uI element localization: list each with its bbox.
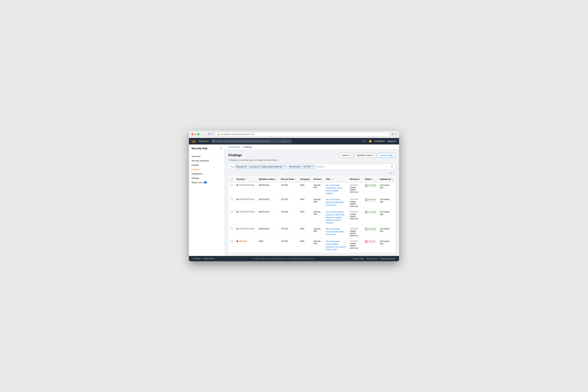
row-checkbox[interactable] (230, 184, 232, 186)
table-row: INFORMATIONAL RESOLVED ACTIVE AWS Securi… (228, 182, 395, 197)
row-checkbox[interactable] (230, 240, 232, 242)
sidebar-item-label: Security standards (192, 160, 209, 162)
terms-of-use-link[interactable]: Terms of Use (367, 258, 377, 260)
workflow-cell: NEW (257, 238, 279, 252)
privacy-policy-link[interactable]: Privacy Policy (353, 258, 364, 260)
severity-cell: MEDIUM (234, 238, 257, 252)
filter-clear-button[interactable]: ✕ (391, 165, 393, 168)
resource-cell: S3 Bucket unique-bucket-name-xyz (348, 209, 363, 226)
row-checkbox-cell (228, 226, 235, 238)
sidebar-close-button[interactable]: ✕ (220, 147, 222, 150)
severity-badge: INFORMATIONAL (236, 198, 255, 200)
services-button[interactable]: Services ▾ (199, 140, 208, 142)
sidebar-item-summary[interactable]: Summary (189, 154, 224, 158)
sidebar-item-findings[interactable]: Findings (189, 167, 224, 172)
passed-icon: ✓ (365, 198, 368, 201)
severity-cell: INFORMATIONAL (234, 197, 257, 209)
product-column-header: Product (312, 176, 324, 182)
sidebar-item-integrations[interactable]: Integrations (189, 172, 224, 176)
new-tab-icon[interactable]: + (395, 133, 396, 136)
table-row: INFORMATIONAL RESOLVED ACTIVE AWS Securi… (228, 209, 395, 226)
close-button[interactable] (192, 133, 194, 135)
passed-icon: ✓ (365, 228, 368, 230)
sidebar-item-label: Summary (192, 155, 200, 158)
severity-badge: INFORMATIONAL (236, 184, 255, 186)
severity-badge: MEDIUM (236, 240, 255, 242)
company-cell: AWS (298, 209, 312, 226)
company-cell: AWS (298, 238, 312, 252)
reload-icon[interactable]: ↻ (392, 133, 394, 136)
sidebar-item-whats-new[interactable]: What's new 9 (189, 180, 224, 185)
row-checkbox[interactable] (230, 198, 232, 200)
severity-column-header[interactable]: Severity ▾ (234, 176, 257, 182)
title-cell: S3.3 S3 buckets should prohibit public w… (324, 226, 348, 238)
resource-cell: S3 Bucket unique-bucket-name-xyz (348, 226, 363, 238)
sidebar-item-label: Findings (192, 168, 200, 171)
feedback-link[interactable]: Feedback (193, 258, 200, 260)
resource-name: unique-bucket-name-xyz (350, 186, 361, 193)
create-insight-button[interactable]: Create insight (378, 153, 395, 158)
filter-tag-label: Record state (289, 166, 300, 168)
forward-button[interactable]: › (204, 133, 207, 136)
row-checkbox[interactable] (230, 228, 232, 230)
sidebar-item-settings[interactable]: Settings (189, 176, 224, 180)
bell-icon[interactable]: 🔔 (369, 140, 372, 143)
back-button[interactable]: ‹ (201, 133, 203, 136)
browser-window: ‹ › ℹ 🛡 🔒 eu-central-1.console.aws.amazo… (189, 131, 399, 261)
select-all-checkbox[interactable] (230, 178, 232, 180)
filter-tag-record-state[interactable]: Record state is ACTIVE ✕ (288, 165, 315, 168)
workflow-cell: RESOLVED (257, 197, 279, 209)
minimize-button[interactable] (194, 133, 196, 135)
pagination-next-button[interactable]: › (392, 172, 395, 175)
workflow-column-header[interactable]: Workflow status ▾ (257, 176, 279, 182)
actions-button[interactable]: Actions ▾ (339, 153, 353, 158)
status-column-header[interactable]: Status ▾ (363, 176, 378, 182)
sidebar-item-insights[interactable]: Insights (189, 163, 224, 167)
footer-copyright: © 2008 - 2021, Amazon Web Services, Inc.… (217, 258, 350, 260)
resource-cell: S3 Bucket unique-bucket-name-xyz (348, 182, 363, 197)
title-cell: S3.4 S3 buckets should have server-side … (324, 182, 348, 197)
title-column-header[interactable]: Title ▾ (324, 176, 348, 182)
updated-at-cell: 29 minutes ago (378, 238, 395, 252)
address-bar[interactable]: 🔒 eu-central-1.console.aws.amazon.com (215, 132, 390, 136)
filter-tag-remove-button[interactable]: ✕ (283, 166, 285, 168)
filter-bar[interactable]: 🔍 Resource ID is arn:aws:s3:::unique-buc… (228, 164, 395, 170)
maximize-button[interactable] (197, 133, 199, 135)
sort-icon: ▾ (331, 178, 332, 180)
filter-add-placeholder[interactable]: Add filters (316, 166, 390, 168)
resource-name: unique-bucket-name-xyz (350, 242, 361, 249)
breadcrumb-parent[interactable]: Security Hub (228, 146, 240, 148)
severity-badge: INFORMATIONAL (236, 211, 255, 213)
resource-cell: S3 Bucket unique-bucket-name-xyz (348, 197, 363, 209)
finding-title-link[interactable]: S3.5 S3 buckets should require requests … (326, 240, 346, 250)
filter-tag-label: Resource ID (236, 166, 247, 168)
company-cell: AWS (298, 226, 312, 238)
workflow-status-button[interactable]: Workflow status ▾ (354, 153, 376, 158)
filter-tag-op: is (248, 166, 249, 168)
code-icon[interactable]: </> (362, 140, 366, 143)
footer-links-right: Privacy Policy Terms of Use Cookie prefe… (353, 258, 395, 260)
region-selector[interactable]: Frankfurt ▾ (374, 140, 385, 142)
findings-description: A finding is a security issue or a faile… (228, 159, 395, 161)
filter-tag-resource-id[interactable]: Resource ID is arn:aws:s3:::unique-bucke… (234, 165, 286, 168)
language-selector[interactable]: English (US) ▾ (203, 258, 215, 260)
support-menu[interactable]: Support ▾ (387, 140, 396, 142)
finding-title-link[interactable]: S3.4 S3 buckets should have server-side … (326, 184, 343, 194)
search-input[interactable] (217, 140, 280, 142)
sidebar-item-security-standards[interactable]: Security standards (189, 158, 224, 163)
record-state-cell: ACTIVE (279, 197, 298, 209)
pagination-prev-button[interactable]: ‹ (386, 172, 389, 175)
chevron-down-icon: ▾ (207, 140, 208, 142)
finding-title-link[interactable]: S3.3 S3 buckets should prohibit public w… (326, 228, 344, 236)
updated-at-column-header[interactable]: Updated at ▾ (378, 176, 395, 182)
finding-title-link[interactable]: S3.6 S3 permissions granted to other AWS… (326, 211, 344, 224)
row-checkbox[interactable] (230, 211, 232, 213)
record-state-column-header[interactable]: Record State ▾ (279, 176, 298, 182)
cookie-preferences-link[interactable]: Cookie preferences (380, 258, 395, 260)
record-state-cell: ACTIVE (279, 182, 298, 197)
status-badge: ✓ PASSED (365, 211, 376, 214)
finding-title-link[interactable]: S3.2 S3 buckets should prohibit public r… (326, 198, 344, 206)
filter-tag-remove-button[interactable]: ✕ (312, 166, 314, 168)
aws-topnav: aws Services ▾ 🔍 [Option+S] </> 🔔 Frankf… (189, 138, 399, 144)
global-search[interactable]: 🔍 [Option+S] (211, 139, 292, 143)
